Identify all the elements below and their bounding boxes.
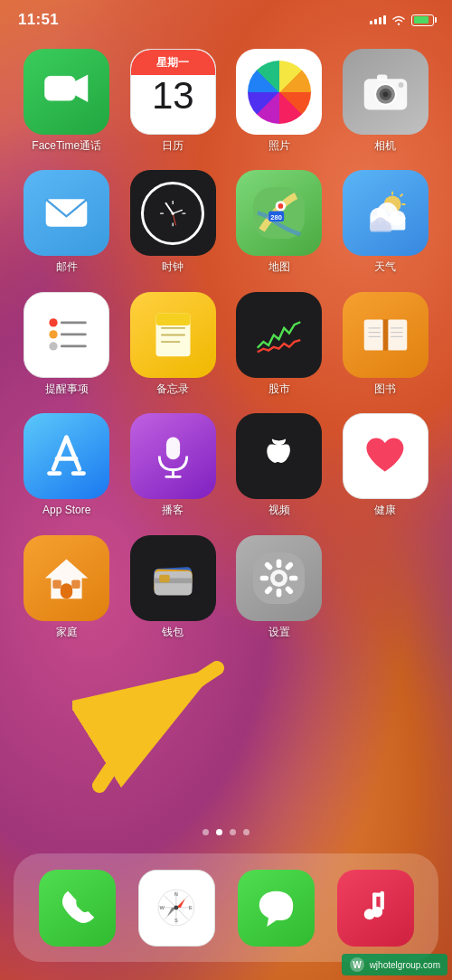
app-weather-label: 天气 (374, 260, 396, 273)
svg-rect-80 (289, 575, 298, 580)
svg-point-94 (174, 906, 179, 910)
app-notes-label: 备忘录 (156, 382, 189, 395)
app-clock-label: 时钟 (162, 260, 184, 273)
svg-rect-66 (53, 580, 62, 589)
app-stocks[interactable]: 股市 (231, 292, 328, 395)
svg-text:E: E (189, 905, 193, 910)
svg-point-6 (382, 92, 388, 98)
svg-text:S: S (174, 919, 178, 924)
page-dot-2 (216, 829, 222, 835)
svg-rect-45 (155, 314, 190, 325)
app-reminders[interactable]: 提醒事项 (18, 292, 116, 395)
dock: N S E W (14, 853, 438, 962)
app-home-label: 家庭 (56, 626, 78, 638)
signal-icon (370, 15, 386, 24)
svg-rect-78 (277, 588, 282, 597)
svg-rect-0 (45, 76, 75, 100)
svg-rect-7 (377, 75, 387, 81)
svg-text:280: 280 (271, 213, 283, 221)
calendar-day: 星期一 (131, 50, 215, 75)
svg-point-103 (372, 906, 382, 917)
app-camera-label: 相机 (374, 139, 396, 152)
page-dot-4 (243, 829, 250, 835)
wifi-icon (391, 14, 406, 25)
battery-icon (411, 14, 434, 26)
svg-rect-65 (61, 583, 72, 598)
svg-line-15 (173, 210, 182, 213)
app-clock[interactable]: 时钟 (125, 170, 222, 273)
app-tv[interactable]: 视频 (231, 413, 328, 516)
page-dot-1 (202, 829, 209, 835)
app-appstore[interactable]: App Store (18, 413, 116, 516)
svg-line-14 (166, 203, 174, 213)
svg-rect-77 (277, 559, 282, 568)
dock-phone[interactable] (39, 870, 116, 947)
svg-rect-59 (166, 438, 180, 460)
svg-rect-71 (154, 570, 192, 595)
calendar-date: 13 (152, 75, 194, 115)
app-maps-label: 地图 (268, 260, 290, 273)
svg-rect-73 (159, 574, 169, 582)
svg-rect-101 (372, 892, 384, 896)
app-health[interactable]: 健康 (337, 413, 435, 516)
svg-point-37 (49, 331, 57, 339)
svg-point-63 (281, 441, 285, 445)
app-calendar-label: 日历 (162, 139, 184, 152)
app-reminders-label: 提醒事项 (45, 382, 89, 395)
app-facetime-label: FaceTime通话 (32, 139, 101, 152)
svg-point-20 (278, 203, 284, 209)
dock-messages[interactable] (238, 870, 315, 947)
app-wallet-label: 钱包 (162, 626, 184, 638)
app-settings[interactable]: 设置 (231, 535, 328, 638)
watermark-text: wjhotelgroup.com (370, 960, 440, 970)
app-home[interactable]: 家庭 (18, 535, 116, 638)
app-notes[interactable]: 备忘录 (125, 292, 222, 395)
app-camera[interactable]: 相机 (337, 49, 435, 152)
app-books-label: 图书 (374, 382, 396, 395)
app-stocks-label: 股市 (268, 382, 290, 395)
svg-text:W: W (159, 905, 165, 910)
app-grid: FaceTime通话 星期一 13 日历 照片 (0, 49, 452, 638)
app-wallet[interactable]: 钱包 (125, 535, 222, 638)
status-icons (370, 14, 434, 26)
svg-text:W: W (353, 960, 362, 970)
app-calendar[interactable]: 星期一 13 日历 (125, 49, 222, 152)
app-facetime[interactable]: FaceTime通话 (18, 49, 116, 152)
status-time: 11:51 (18, 11, 59, 29)
app-books[interactable]: 图书 (337, 292, 435, 395)
svg-rect-48 (387, 319, 407, 350)
svg-point-35 (49, 319, 57, 327)
svg-rect-34 (370, 225, 391, 232)
app-maps[interactable]: 280 地图 (231, 170, 328, 273)
svg-point-76 (275, 573, 284, 582)
svg-marker-1 (75, 75, 88, 102)
app-mail-label: 邮件 (56, 260, 78, 273)
app-photos[interactable]: 照片 (231, 49, 328, 152)
dock-safari[interactable]: N S E W (138, 870, 215, 947)
svg-line-25 (400, 194, 402, 197)
svg-rect-46 (253, 309, 305, 361)
svg-rect-67 (71, 580, 80, 589)
app-podcasts[interactable]: 播客 (125, 413, 222, 516)
dock-music[interactable] (337, 870, 414, 947)
app-podcasts-label: 播客 (162, 504, 184, 516)
svg-rect-49 (382, 319, 388, 350)
svg-point-17 (172, 212, 174, 214)
app-weather[interactable]: 天气 (337, 170, 435, 273)
app-tv-label: 视频 (268, 504, 290, 516)
page-dots (0, 829, 452, 835)
app-photos-label: 照片 (268, 139, 290, 152)
svg-rect-79 (260, 575, 269, 580)
app-appstore-label: App Store (42, 504, 90, 516)
page-dot-3 (230, 829, 236, 835)
watermark: W wjhotelgroup.com (342, 954, 447, 975)
svg-point-8 (399, 82, 404, 88)
svg-point-39 (49, 343, 57, 351)
app-health-label: 健康 (374, 504, 396, 516)
status-bar: 11:51 (0, 0, 452, 40)
svg-rect-47 (364, 319, 384, 350)
app-settings-label: 设置 (268, 626, 290, 638)
app-mail[interactable]: 邮件 (18, 170, 116, 273)
svg-text:N: N (174, 892, 178, 898)
